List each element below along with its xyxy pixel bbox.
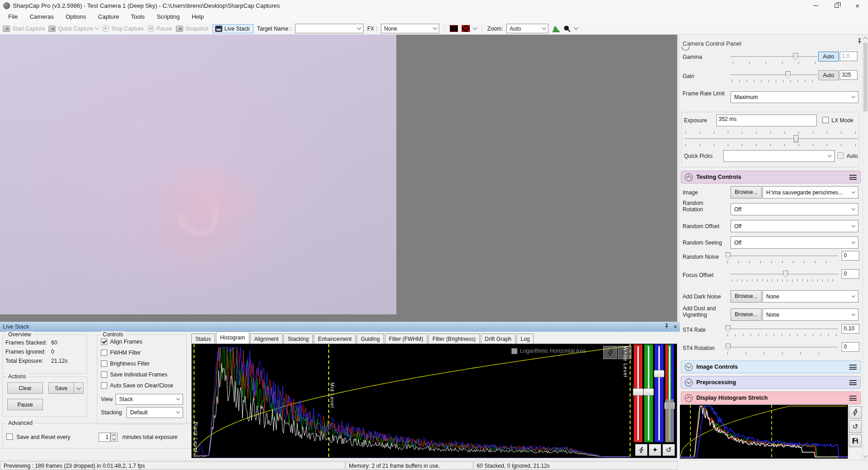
tab-enhancement[interactable]: Enhancement — [314, 334, 356, 344]
random-seeing-combo[interactable]: Off — [731, 236, 858, 249]
star-button[interactable]: ✦ — [649, 444, 661, 456]
menu-tools[interactable]: Tools — [125, 11, 151, 23]
pin-icon[interactable] — [857, 38, 862, 46]
save-individual-frames-checkbox[interactable] — [101, 371, 107, 378]
magnifier-icon[interactable] — [563, 25, 571, 32]
menu-scripting[interactable]: Scripting — [151, 11, 186, 23]
save-individual-frames-row[interactable]: Save Individual Frames — [101, 371, 167, 378]
random-noise-slider[interactable] — [726, 252, 838, 260]
green-level-slider[interactable] — [644, 345, 653, 442]
tab-log[interactable]: Log — [516, 334, 534, 344]
menu-icon[interactable] — [849, 365, 857, 370]
gain-slider[interactable] — [731, 71, 817, 78]
quick-picks-combo[interactable] — [723, 150, 835, 162]
menu-icon[interactable] — [849, 175, 857, 180]
tab-guiding[interactable]: Guiding — [357, 334, 384, 344]
save-stretch-button[interactable] — [849, 434, 862, 447]
histogram-icon[interactable] — [552, 25, 560, 32]
tab-histogram[interactable]: Histogram — [216, 331, 249, 344]
menu-cameras[interactable]: Cameras — [24, 11, 60, 23]
collapsed-section-chevron[interactable] — [682, 47, 689, 51]
image-controls-header[interactable]: Image Controls — [681, 360, 861, 373]
quick-capture-button[interactable]: Quick Capture — [48, 26, 99, 32]
gamma-value[interactable]: 1.0 — [840, 52, 857, 61]
st4-rotation-slider[interactable] — [726, 344, 838, 351]
stacked-image[interactable] — [0, 35, 396, 314]
random-offset-combo[interactable]: Off — [731, 220, 858, 232]
save-button[interactable]: Save — [48, 382, 74, 394]
brightness-filter-row[interactable]: Brightness Filter — [101, 360, 150, 367]
add-dark-noise-browse-button[interactable]: Browse... — [731, 290, 762, 303]
st4-rate-slider[interactable] — [726, 325, 838, 333]
auto-save-checkbox[interactable] — [101, 382, 107, 389]
gamma-slider[interactable] — [731, 53, 817, 60]
live-stack-histogram[interactable]: Logarithmic Horizontal Axis ↺ White Leve… — [191, 344, 677, 458]
fx-clear-icon[interactable] — [462, 25, 470, 32]
random-rotation-combo[interactable]: Off — [731, 203, 858, 215]
frame-rate-combo[interactable]: Maximum — [731, 91, 858, 103]
quick-picks-auto-checkbox[interactable] — [837, 152, 844, 159]
test-image-browse-button[interactable]: Browse... — [731, 186, 762, 198]
tab-drift-graph[interactable]: Drift Graph — [481, 334, 516, 344]
add-dust-combo[interactable]: None — [763, 308, 858, 321]
save-dropdown-button[interactable] — [74, 382, 84, 394]
tab-filter-brightness[interactable]: Filter (Brightness) — [428, 334, 480, 344]
auto-stretch-button[interactable] — [849, 406, 862, 419]
reset-stretch-button[interactable]: ↺ — [849, 420, 862, 433]
align-frames-checkbox[interactable] — [101, 339, 107, 345]
focus-offset-value[interactable]: 0 — [842, 269, 859, 279]
stop-capture-button[interactable]: Stop Capture — [102, 25, 144, 32]
snapshot-button[interactable]: Snapshot — [176, 26, 209, 32]
save-reset-checkbox[interactable] — [6, 433, 13, 440]
expand-icon[interactable] — [685, 379, 693, 386]
view-combo[interactable]: Stack — [116, 394, 183, 405]
fwhm-filter-row[interactable]: FWHM Filter — [101, 350, 141, 356]
testing-controls-header[interactable]: Testing Controls — [681, 171, 861, 183]
panel-scrollbar[interactable] — [863, 35, 868, 460]
random-noise-value[interactable]: 0 — [842, 251, 859, 261]
start-capture-button[interactable]: Start Capture — [3, 26, 45, 32]
pause-button[interactable]: Pause — [147, 25, 172, 32]
minimize-button[interactable] — [805, 0, 826, 11]
stacking-combo[interactable]: Default — [126, 407, 183, 418]
align-frames-row[interactable]: Align Frames — [101, 339, 142, 345]
zoom-combo[interactable]: Auto — [506, 24, 548, 33]
pause-stack-button[interactable]: Pause — [7, 399, 43, 410]
gain-auto-button[interactable]: Auto — [818, 70, 839, 80]
st4-rotation-value[interactable]: 0 — [842, 342, 859, 352]
tab-filter-fwhm[interactable]: Filter (FWHM) — [385, 334, 427, 344]
fx-combo[interactable]: None — [381, 24, 439, 33]
test-image-combo[interactable]: H:\ma sauvegarde perso\mes... — [763, 186, 858, 198]
focus-offset-slider[interactable] — [731, 271, 838, 278]
add-dark-noise-combo[interactable]: None — [763, 290, 858, 303]
auto-stretch-button[interactable] — [603, 346, 617, 359]
exposure-input[interactable]: 352 ms — [716, 115, 817, 126]
clear-button[interactable]: Clear — [7, 382, 43, 394]
menu-capture[interactable]: Capture — [92, 11, 125, 23]
tab-status[interactable]: Status — [191, 334, 215, 344]
close-button[interactable]: × — [847, 0, 868, 11]
scroll-up-icon[interactable] — [863, 37, 868, 42]
gamma-auto-button[interactable]: Auto — [818, 52, 839, 62]
collapse-icon[interactable] — [685, 173, 693, 181]
fwhm-filter-checkbox[interactable] — [101, 350, 107, 356]
tab-stacking[interactable]: Stacking — [284, 334, 313, 344]
interval-stepper[interactable] — [110, 433, 118, 442]
exposure-slider[interactable] — [684, 135, 858, 142]
blue-level-slider[interactable] — [655, 345, 663, 442]
gain-value[interactable]: 325 — [840, 70, 857, 80]
menu-icon[interactable] — [849, 380, 857, 385]
scroll-down-icon[interactable] — [863, 454, 868, 458]
live-stack-button[interactable]: Live Stack — [212, 24, 253, 33]
log-axis-option[interactable]: Logarithmic Horizontal Axis — [511, 348, 586, 354]
auto-stretch-button[interactable] — [635, 444, 647, 456]
reset-button[interactable]: ↺ — [663, 444, 675, 456]
lx-mode-checkbox[interactable] — [822, 117, 829, 123]
close-icon[interactable]: × — [673, 323, 677, 330]
log-axis-checkbox[interactable] — [511, 348, 517, 354]
scrollbar-thumb[interactable] — [863, 43, 868, 111]
st4-rate-value[interactable]: 0.10 — [842, 324, 859, 334]
target-name-combo[interactable] — [295, 24, 363, 33]
menu-icon[interactable] — [849, 396, 857, 401]
menu-file[interactable]: File — [2, 11, 24, 23]
